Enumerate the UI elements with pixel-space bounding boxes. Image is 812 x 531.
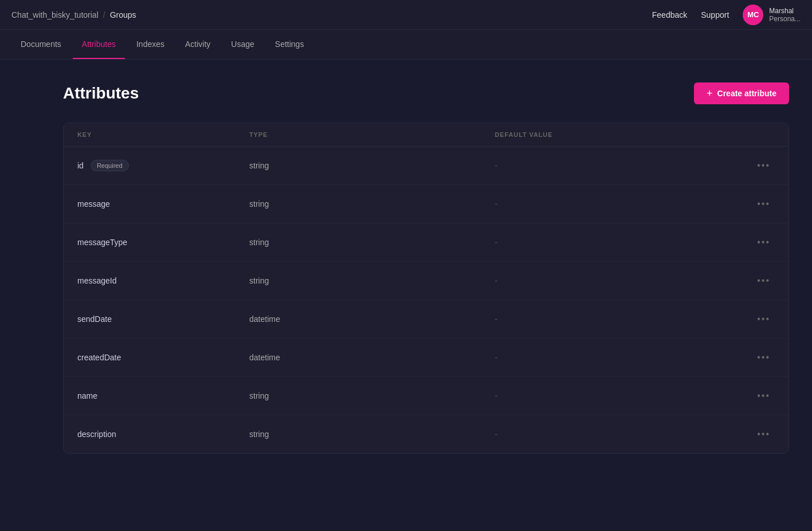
cell-actions: ••• bbox=[740, 196, 775, 211]
tab-settings[interactable]: Settings bbox=[266, 30, 313, 59]
cell-key: createdDate bbox=[77, 353, 249, 362]
row-more-button[interactable]: ••• bbox=[752, 158, 775, 173]
cell-type: string bbox=[249, 238, 495, 247]
cell-key: message bbox=[77, 199, 249, 209]
topbar-right: Feedback Support MC Marshal Persona... bbox=[652, 5, 801, 25]
key-value: name bbox=[77, 391, 97, 400]
cell-actions: ••• bbox=[740, 158, 775, 173]
row-more-button[interactable]: ••• bbox=[752, 312, 775, 327]
cell-default: - bbox=[495, 391, 741, 400]
cell-type: string bbox=[249, 276, 495, 285]
table-row: messageType string - ••• bbox=[64, 223, 789, 262]
table-row: description string - ••• bbox=[64, 415, 789, 453]
topbar: Chat_with_bisky_tutorial / Groups Feedba… bbox=[0, 0, 812, 30]
user-info: Marshal Persona... bbox=[769, 7, 801, 23]
key-value: description bbox=[77, 430, 116, 439]
col-header-actions bbox=[740, 131, 775, 138]
cell-key: messageType bbox=[77, 238, 249, 247]
row-more-button[interactable]: ••• bbox=[752, 235, 775, 250]
row-more-button[interactable]: ••• bbox=[752, 196, 775, 211]
page-header: Attributes + Create attribute bbox=[63, 82, 789, 104]
cell-default: - bbox=[495, 276, 741, 285]
cell-default: - bbox=[495, 353, 741, 362]
cell-actions: ••• bbox=[740, 235, 775, 250]
col-header-default: DEFAULT VALUE bbox=[495, 131, 741, 138]
page-title: Attributes bbox=[63, 84, 139, 103]
breadcrumb-project[interactable]: Chat_with_bisky_tutorial bbox=[11, 10, 99, 19]
table-row: messageId string - ••• bbox=[64, 262, 789, 300]
cell-default: - bbox=[495, 238, 741, 247]
cell-actions: ••• bbox=[740, 273, 775, 288]
key-value: messageType bbox=[77, 238, 127, 247]
cell-actions: ••• bbox=[740, 350, 775, 365]
cell-key: id Required bbox=[77, 160, 249, 171]
cell-actions: ••• bbox=[740, 427, 775, 442]
cell-type: datetime bbox=[249, 314, 495, 324]
attributes-table: KEY TYPE DEFAULT VALUE id Required strin… bbox=[63, 123, 789, 454]
create-attribute-label: Create attribute bbox=[717, 89, 776, 98]
main-content: Attributes + Create attribute KEY TYPE D… bbox=[0, 60, 812, 531]
table-row: createdDate datetime - ••• bbox=[64, 339, 789, 377]
tab-usage[interactable]: Usage bbox=[222, 30, 263, 59]
key-value: messageId bbox=[77, 276, 116, 285]
tab-attributes[interactable]: Attributes bbox=[73, 30, 125, 59]
row-more-button[interactable]: ••• bbox=[752, 273, 775, 288]
cell-actions: ••• bbox=[740, 312, 775, 327]
required-badge: Required bbox=[91, 160, 129, 171]
table-row: name string - ••• bbox=[64, 377, 789, 415]
row-more-button[interactable]: ••• bbox=[752, 350, 775, 365]
key-value: message bbox=[77, 199, 110, 209]
row-more-button[interactable]: ••• bbox=[752, 427, 775, 442]
cell-type: string bbox=[249, 430, 495, 439]
tab-indexes[interactable]: Indexes bbox=[127, 30, 174, 59]
col-header-type: TYPE bbox=[249, 131, 495, 138]
cell-type: string bbox=[249, 161, 495, 170]
cell-key: messageId bbox=[77, 276, 249, 285]
table-row: id Required string - ••• bbox=[64, 147, 789, 185]
user-sub: Persona... bbox=[769, 15, 801, 23]
user-name: Marshal bbox=[769, 7, 801, 15]
tab-documents[interactable]: Documents bbox=[11, 30, 70, 59]
user-avatar[interactable]: MC bbox=[743, 5, 763, 25]
key-value: sendDate bbox=[77, 314, 112, 324]
cell-default: - bbox=[495, 161, 741, 170]
table-row: sendDate datetime - ••• bbox=[64, 300, 789, 339]
cell-default: - bbox=[495, 199, 741, 209]
tab-navigation: Documents Attributes Indexes Activity Us… bbox=[0, 30, 812, 60]
breadcrumb-separator: / bbox=[103, 10, 105, 19]
cell-default: - bbox=[495, 314, 741, 324]
plus-icon: + bbox=[707, 88, 713, 99]
create-attribute-button[interactable]: + Create attribute bbox=[694, 82, 789, 104]
cell-type: string bbox=[249, 391, 495, 400]
table-row: message string - ••• bbox=[64, 185, 789, 223]
cell-key: sendDate bbox=[77, 314, 249, 324]
cell-key: name bbox=[77, 391, 249, 400]
cell-key: description bbox=[77, 430, 249, 439]
key-value: createdDate bbox=[77, 353, 121, 362]
cell-actions: ••• bbox=[740, 388, 775, 403]
breadcrumb: Chat_with_bisky_tutorial / Groups bbox=[11, 10, 136, 19]
tab-activity[interactable]: Activity bbox=[176, 30, 219, 59]
row-more-button[interactable]: ••• bbox=[752, 388, 775, 403]
breadcrumb-current[interactable]: Groups bbox=[110, 10, 136, 19]
feedback-link[interactable]: Feedback bbox=[652, 10, 687, 19]
cell-type: datetime bbox=[249, 353, 495, 362]
table-header: KEY TYPE DEFAULT VALUE bbox=[64, 123, 789, 147]
cell-type: string bbox=[249, 199, 495, 209]
key-value: id bbox=[77, 161, 84, 170]
cell-default: - bbox=[495, 430, 741, 439]
col-header-key: KEY bbox=[77, 131, 249, 138]
support-link[interactable]: Support bbox=[701, 10, 729, 19]
